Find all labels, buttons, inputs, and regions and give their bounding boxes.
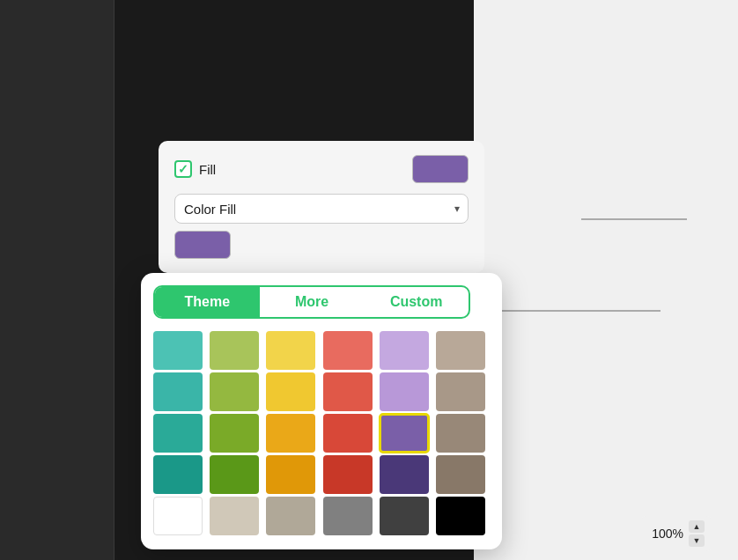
- right-panel: [474, 0, 738, 560]
- color-cell[interactable]: [210, 455, 259, 494]
- main-area: ✓ Fill Color Fill Gradient Fill Image Fi…: [0, 0, 738, 560]
- fill-row: ✓ Fill: [174, 155, 469, 183]
- color-cell[interactable]: [210, 372, 259, 411]
- zoom-down-button[interactable]: ▼: [689, 534, 705, 547]
- color-cell[interactable]: [380, 331, 429, 370]
- dropdown-wrapper: Color Fill Gradient Fill Image Fill No F…: [174, 194, 469, 224]
- color-cell[interactable]: [266, 372, 315, 411]
- color-cell-gray1[interactable]: [266, 497, 315, 535]
- color-row-extra: [153, 497, 490, 535]
- color-grid: [153, 331, 490, 494]
- color-fill-dropdown[interactable]: Color Fill Gradient Fill Image Fill No F…: [174, 194, 469, 224]
- color-cell[interactable]: [323, 455, 373, 494]
- color-cell[interactable]: [380, 372, 429, 411]
- zoom-arrows: ▲ ▼: [689, 519, 705, 548]
- color-cell[interactable]: [380, 455, 429, 494]
- tab-bar: Theme More Custom: [153, 285, 470, 319]
- fill-left: ✓ Fill: [174, 160, 216, 178]
- fill-checkbox[interactable]: ✓: [174, 160, 192, 178]
- color-cell[interactable]: [436, 414, 485, 453]
- tab-more[interactable]: More: [260, 287, 365, 317]
- fill-label: Fill: [199, 162, 216, 177]
- bottom-bar: 100% ▲ ▼: [641, 516, 712, 551]
- color-cell-darkgray[interactable]: [380, 497, 429, 535]
- left-sidebar: [0, 0, 114, 560]
- tab-theme[interactable]: Theme: [155, 287, 260, 317]
- color-cell[interactable]: [266, 414, 315, 453]
- color-picker-popup: Theme More Custom: [141, 273, 502, 549]
- color-cell[interactable]: [436, 455, 485, 494]
- zoom-label: 100%: [648, 527, 683, 541]
- annotation-line-tabs: [484, 310, 661, 312]
- color-cell[interactable]: [323, 331, 373, 370]
- color-cell[interactable]: [210, 331, 259, 370]
- color-cell[interactable]: [436, 331, 485, 370]
- color-cell[interactable]: [266, 331, 315, 370]
- color-cell[interactable]: [323, 414, 373, 453]
- annotation-line-right: [581, 218, 687, 220]
- color-cell[interactable]: [436, 372, 485, 411]
- color-cell-black[interactable]: [436, 497, 485, 535]
- fill-swatch-small[interactable]: [174, 231, 231, 259]
- color-cell[interactable]: [266, 455, 315, 494]
- color-cell[interactable]: [153, 455, 203, 494]
- fill-panel: ✓ Fill Color Fill Gradient Fill Image Fi…: [159, 141, 484, 273]
- checkmark-icon: ✓: [178, 162, 188, 176]
- color-cell-white[interactable]: [153, 497, 203, 535]
- color-cell-tan[interactable]: [210, 497, 259, 535]
- tab-custom[interactable]: Custom: [364, 287, 469, 317]
- color-cell[interactable]: [210, 414, 259, 453]
- fill-color-swatch[interactable]: [412, 155, 469, 183]
- color-cell[interactable]: [153, 331, 203, 370]
- zoom-up-button[interactable]: ▲: [689, 520, 705, 533]
- color-cell-gray2[interactable]: [323, 497, 373, 535]
- panel-area: ✓ Fill Color Fill Gradient Fill Image Fi…: [114, 0, 738, 560]
- dropdown-row: Color Fill Gradient Fill Image Fill No F…: [174, 194, 469, 224]
- color-cell[interactable]: [323, 372, 373, 411]
- color-cell[interactable]: [153, 414, 203, 453]
- color-cell-selected[interactable]: [380, 414, 429, 453]
- color-cell[interactable]: [153, 372, 203, 411]
